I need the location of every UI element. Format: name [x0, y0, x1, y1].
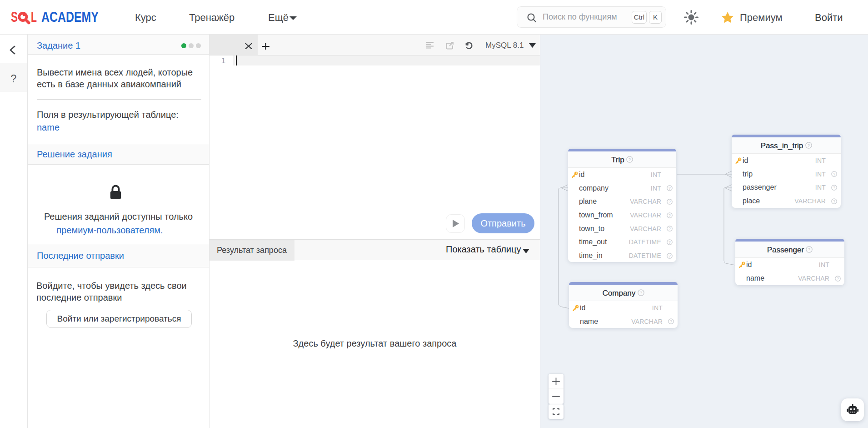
svg-text:?: ?	[668, 227, 671, 231]
svg-text:?: ?	[668, 186, 671, 191]
svg-text:?: ?	[833, 186, 835, 190]
svg-text:?: ?	[833, 172, 835, 176]
svg-text:?: ?	[837, 277, 839, 281]
svg-text:?: ?	[668, 213, 671, 217]
svg-text:?: ?	[639, 290, 642, 295]
svg-text:?: ?	[833, 199, 835, 203]
svg-text:?: ?	[668, 240, 671, 244]
svg-text:ACADEMY: ACADEMY	[41, 9, 99, 25]
svg-text:?: ?	[808, 247, 810, 252]
svg-text:?: ?	[668, 254, 671, 258]
svg-text:S: S	[11, 9, 18, 25]
svg-text:?: ?	[670, 320, 672, 324]
svg-text:?: ?	[629, 157, 631, 162]
svg-text:?: ?	[668, 200, 671, 204]
svg-text:L: L	[31, 9, 37, 25]
svg-text:?: ?	[807, 143, 809, 148]
